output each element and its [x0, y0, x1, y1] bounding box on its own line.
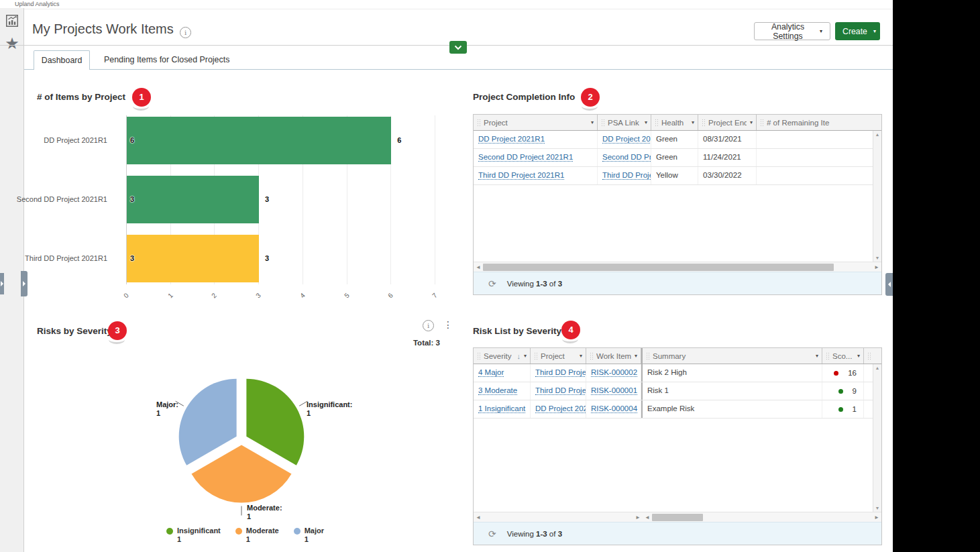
- legend-item-moderate[interactable]: Moderate1: [235, 527, 279, 544]
- bar-third-dd-project-2021r1[interactable]: [127, 235, 259, 282]
- link-dd-project-2021r1[interactable]: DD Project 2021R1: [535, 404, 586, 413]
- bar-second-dd-project-2021r1[interactable]: [127, 176, 259, 223]
- horizontal-scrollbar[interactable]: ◄ ►: [474, 262, 881, 272]
- caret-down-icon[interactable]: ▾: [524, 353, 527, 359]
- link-3-moderate[interactable]: 3 Moderate: [478, 386, 517, 395]
- cell-project: Third DD Project ...: [531, 364, 586, 382]
- kebab-menu-icon[interactable]: ⋮: [443, 319, 453, 330]
- cell-summary: Example Risk: [641, 400, 822, 418]
- scroll-up-icon[interactable]: ▲: [873, 132, 881, 137]
- refresh-icon[interactable]: ⟳: [488, 278, 496, 289]
- viewing-of: of: [549, 280, 556, 288]
- table-header-row: Severity↓▾Project▾Work Item▾Summary▾Sco.…: [474, 348, 881, 364]
- link-4-major[interactable]: 4 Major: [478, 368, 504, 377]
- drag-handle-icon[interactable]: [534, 352, 537, 360]
- drag-handle-icon[interactable]: [477, 119, 480, 127]
- legend-item-major[interactable]: Major1: [294, 527, 324, 544]
- caret-down-icon[interactable]: ▾: [591, 120, 594, 125]
- table-row[interactable]: Second DD Project 2021R1Second DD Proje.…: [474, 149, 881, 167]
- link-second-dd-project-2021r1[interactable]: Second DD Project 2021R1: [478, 153, 573, 162]
- vertical-scrollbar[interactable]: ▲ ▼: [873, 364, 881, 512]
- link-risk-000004[interactable]: RISK-000004: [591, 404, 637, 413]
- drag-handle-icon[interactable]: [601, 119, 604, 127]
- link-third-dd-project[interactable]: Third DD Project ...: [535, 368, 586, 377]
- scroll-down-icon[interactable]: ▼: [873, 506, 881, 510]
- table-row[interactable]: 3 ModerateThird DD Project ...RISK-00000…: [474, 382, 881, 400]
- scrollbar-thumb[interactable]: [652, 514, 703, 521]
- scroll-left-icon[interactable]: ◄: [476, 264, 481, 270]
- column-header-project[interactable]: Project▾: [474, 115, 598, 130]
- scroll-left-icon[interactable]: ◄: [645, 514, 650, 520]
- column-header-psa-link[interactable]: PSA Link▾: [598, 115, 651, 130]
- cell-project: Second DD Project 2021R1: [474, 149, 598, 166]
- scroll-up-icon[interactable]: ▲: [873, 366, 881, 370]
- cell-work-item: RISK-000002: [586, 364, 641, 382]
- bar-dd-project-2021r1[interactable]: [127, 117, 391, 164]
- frozen-columns-scrollbar[interactable]: ◄ ►: [474, 512, 643, 522]
- caret-down-icon[interactable]: ▾: [816, 353, 818, 359]
- horizontal-scrollbar[interactable]: ◄ ►: [643, 512, 881, 522]
- project-completion-table: Project▾PSA Link▾Health▾Project End▾# of…: [473, 114, 882, 295]
- column-header-sco[interactable]: Sco...▾: [822, 348, 864, 364]
- column-header-project-end[interactable]: Project End▾: [698, 115, 757, 130]
- viewing-status: Viewing 1-3 of 3: [507, 530, 562, 538]
- link-dd-project-2021r1[interactable]: DD Project 2021R1: [602, 135, 651, 144]
- caret-down-icon[interactable]: ▾: [580, 353, 582, 359]
- tab-dashboard[interactable]: Dashboard: [34, 50, 90, 70]
- table-row[interactable]: 1 InsignificantDD Project 2021R1RISK-000…: [474, 400, 881, 419]
- drag-handle-icon[interactable]: [590, 352, 593, 360]
- drag-handle-icon[interactable]: [702, 119, 705, 127]
- table-row[interactable]: 4 MajorThird DD Project ...RISK-000002Ri…: [474, 364, 881, 382]
- scroll-right-icon[interactable]: ►: [635, 514, 641, 520]
- caret-down-icon[interactable]: ▾: [750, 120, 753, 125]
- panel-info-icon[interactable]: i: [423, 320, 434, 331]
- drag-handle-icon[interactable]: [646, 352, 649, 360]
- caret-down-icon[interactable]: ▾: [635, 353, 637, 359]
- link-second-dd-proje[interactable]: Second DD Proje...: [602, 153, 651, 162]
- refresh-icon[interactable]: ⟳: [488, 529, 496, 539]
- drag-handle-icon[interactable]: [477, 352, 480, 360]
- collapse-header-button[interactable]: [449, 41, 467, 54]
- caret-down-icon[interactable]: ▾: [857, 353, 860, 359]
- pie-total: Total: 3: [376, 339, 440, 347]
- scrollbar-thumb[interactable]: [483, 264, 834, 271]
- vertical-scrollbar[interactable]: ▲ ▼: [873, 131, 881, 262]
- drag-handle-icon[interactable]: [826, 352, 829, 360]
- column-header-health[interactable]: Health▾: [651, 115, 698, 130]
- link-third-dd-project[interactable]: Third DD Project ...: [602, 171, 651, 180]
- bar-value-label-end: 3: [265, 195, 269, 203]
- column-header-of-remaining-ite[interactable]: # of Remaining Ite: [757, 115, 881, 130]
- link-dd-project-2021r1[interactable]: DD Project 2021R1: [478, 135, 545, 144]
- x-axis-tick-label: 0: [118, 287, 135, 304]
- drag-handle-icon[interactable]: [655, 119, 658, 127]
- scroll-right-icon[interactable]: ►: [874, 264, 879, 270]
- column-header-severity[interactable]: Severity↓▾: [474, 348, 531, 364]
- link-third-dd-project-2021r1[interactable]: Third DD Project 2021R1: [478, 171, 564, 180]
- link-1-insignificant[interactable]: 1 Insignificant: [478, 404, 525, 413]
- cell-project: Third DD Project ...: [531, 382, 586, 400]
- table-row[interactable]: DD Project 2021R1DD Project 2021R1Green0…: [474, 131, 881, 149]
- column-header-blank[interactable]: [864, 348, 881, 364]
- scroll-left-icon[interactable]: ◄: [476, 514, 481, 520]
- caret-down-icon[interactable]: ▾: [692, 120, 694, 125]
- link-risk-000002[interactable]: RISK-000002: [591, 368, 637, 377]
- scroll-right-icon[interactable]: ►: [874, 514, 879, 520]
- pie-slice-insignificant[interactable]: [246, 379, 304, 465]
- column-header-project[interactable]: Project▾: [531, 348, 586, 364]
- drag-handle-icon[interactable]: [760, 119, 763, 127]
- cell-summary: Risk 2 High: [641, 364, 822, 382]
- bar-value-label-end: 3: [265, 254, 269, 262]
- drag-handle-icon[interactable]: [867, 352, 871, 360]
- column-header-summary[interactable]: Summary▾: [641, 348, 822, 364]
- table-row[interactable]: Third DD Project 2021R1Third DD Project …: [474, 167, 881, 185]
- legend-item-insignificant[interactable]: Insignificant1: [166, 527, 221, 544]
- link-third-dd-project[interactable]: Third DD Project ...: [535, 386, 586, 395]
- annotation-badge-3: 3: [108, 321, 127, 340]
- cell-text: 11/24/2021: [703, 153, 753, 161]
- caret-down-icon[interactable]: ▾: [645, 120, 647, 125]
- pie-slice-major[interactable]: [179, 379, 237, 465]
- scroll-down-icon[interactable]: ▼: [873, 256, 881, 260]
- column-header-work-item[interactable]: Work Item▾: [586, 348, 641, 364]
- x-axis-tick-label: 7: [427, 287, 443, 304]
- link-risk-000001[interactable]: RISK-000001: [591, 386, 637, 395]
